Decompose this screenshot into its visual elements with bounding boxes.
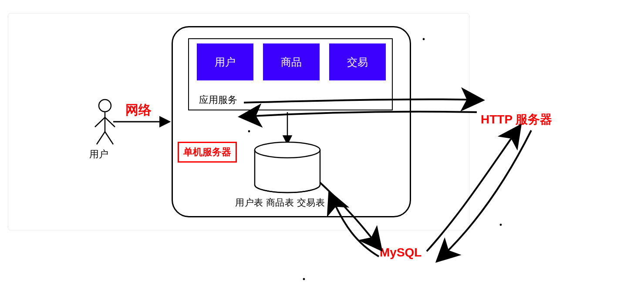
module-trade: 交易 (329, 43, 386, 80)
module-goods: 商品 (263, 43, 320, 80)
app-service-label: 应用服务 (199, 93, 237, 107)
dot-icon (500, 224, 502, 226)
dot-icon (303, 278, 305, 280)
database-label: 数据库服务 (269, 168, 315, 180)
module-row: 用户 商品 交易 (197, 43, 386, 80)
user-label: 用户 (89, 148, 108, 161)
network-label: 网络 (125, 101, 152, 119)
single-server-tag: 单机服务器 (178, 142, 237, 163)
module-user: 用户 (197, 43, 253, 80)
diagram-stage: 用户 商品 交易 应用服务 网络 用户 单机服务器 数据库服务 用户表 商品表 … (0, 0, 644, 283)
database-tables: 用户表 商品表 交易表 (235, 196, 325, 209)
http-server-label: HTTP 服务器 (481, 111, 552, 128)
mysql-label: MySQL (380, 246, 421, 260)
